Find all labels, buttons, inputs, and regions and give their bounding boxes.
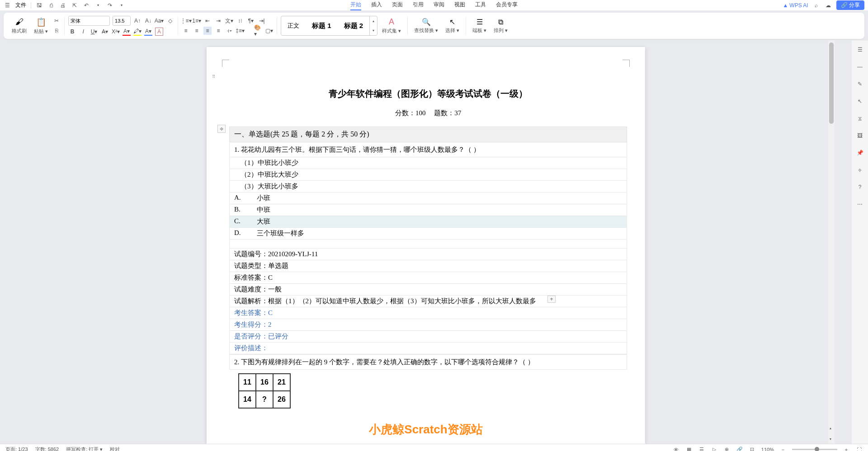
shading-icon[interactable]: A▾: [144, 28, 152, 36]
scroll-down-icon[interactable]: ▾: [830, 437, 831, 441]
increase-font-icon[interactable]: A↑: [133, 17, 142, 25]
paragraph-mark-icon[interactable]: ¶▾: [247, 17, 255, 25]
tab-page[interactable]: 页面: [392, 0, 403, 10]
spell-check[interactable]: 拼写检查: 打开 ▾: [66, 446, 103, 451]
clear-format-icon[interactable]: ◇: [166, 17, 174, 25]
tab-view[interactable]: 视图: [454, 0, 465, 10]
highlight-icon[interactable]: 🖍▾: [133, 28, 142, 36]
hourglass-icon[interactable]: ⧖: [855, 114, 864, 123]
format-painter-group[interactable]: 🖌 格式刷: [9, 17, 29, 34]
paste-group[interactable]: 📋 粘贴 ▾: [31, 17, 51, 35]
bullet-list-icon[interactable]: ⋮≡▾: [182, 17, 190, 25]
file-menu[interactable]: 文件: [15, 1, 26, 9]
globe-icon[interactable]: ⊕: [723, 446, 731, 451]
align-center-icon[interactable]: ≡: [193, 27, 201, 35]
document-page[interactable]: ⠿ ✥ + 青少年软件编程（图形化）等级考试试卷（一级） 分数：100 题数：3…: [207, 47, 645, 444]
tab-review[interactable]: 审阅: [434, 0, 444, 10]
hamburger-icon[interactable]: ☰: [4, 2, 11, 9]
zoom-out-icon[interactable]: −: [779, 446, 787, 451]
outline-icon[interactable]: ☰: [698, 446, 705, 451]
zoom-value[interactable]: 110%: [761, 447, 774, 451]
text-direction-icon[interactable]: 文▾: [225, 17, 233, 25]
word-count[interactable]: 字数: 5862: [35, 446, 59, 451]
tab-member[interactable]: 会员专享: [496, 0, 518, 10]
play-icon[interactable]: ▷: [711, 446, 718, 451]
undo-dropdown-icon[interactable]: ▾: [94, 2, 102, 9]
decrease-font-icon[interactable]: A↓: [144, 17, 152, 25]
styles-gallery[interactable]: 正文 标题 1 标题 2 ▴ ▾: [281, 16, 377, 36]
panels-group[interactable]: ☰ 端板 ▾: [470, 18, 489, 34]
page-indicator[interactable]: 页面: 1/23: [5, 446, 28, 451]
pen-icon[interactable]: ✎: [855, 80, 864, 89]
underline-icon[interactable]: U▾: [90, 28, 98, 36]
copy-icon[interactable]: ⎘: [52, 27, 61, 35]
sort-icon[interactable]: ↕⁝: [236, 17, 244, 25]
line-spacing-icon[interactable]: ‡≡▾: [236, 27, 244, 35]
help-icon[interactable]: ?: [855, 183, 864, 192]
tab-start[interactable]: 开始: [350, 0, 361, 10]
share-button[interactable]: 🔗 分享: [836, 0, 864, 10]
wps-ai-button[interactable]: ▲WPS AI: [783, 2, 808, 9]
eye-icon[interactable]: 👁: [673, 446, 680, 451]
number-list-icon[interactable]: 1≡▾: [193, 17, 201, 25]
cloud-icon[interactable]: ☁: [825, 2, 832, 9]
pin-icon[interactable]: 📌: [855, 148, 864, 157]
border-icon[interactable]: ▢▾: [265, 27, 273, 35]
style-set-group[interactable]: A 样式集 ▾: [379, 17, 404, 34]
align-left-icon[interactable]: ≡: [182, 27, 190, 35]
bookmark-icon[interactable]: ⟡: [855, 165, 864, 174]
tabs-icon[interactable]: ⇥|: [258, 17, 266, 25]
more-icon[interactable]: ⋯: [855, 200, 864, 209]
proofread[interactable]: 校对: [110, 446, 120, 451]
link-icon[interactable]: 🔗: [736, 446, 743, 451]
select-group[interactable]: ↖ 选择 ▾: [443, 18, 462, 34]
styles-up-icon[interactable]: ▴: [370, 16, 377, 26]
arrange-group[interactable]: ⧉ 排列 ▾: [491, 18, 510, 34]
cursor-icon[interactable]: ↖: [855, 97, 864, 106]
undo-icon[interactable]: ↶: [83, 2, 90, 9]
font-select[interactable]: [68, 16, 110, 26]
italic-icon[interactable]: I: [79, 28, 87, 36]
add-button[interactable]: +: [547, 296, 556, 303]
scrollbar[interactable]: ▴ ▾: [828, 41, 835, 444]
layout-icon[interactable]: ▦: [685, 446, 693, 451]
font-size-select[interactable]: [113, 16, 131, 26]
document-area[interactable]: ▴ ▾ ⠿ ✥ + 青少年软件编程（图形化）等级考试试卷（一级） 分数：100 …: [0, 41, 852, 444]
decrease-indent-icon[interactable]: ⇤: [203, 17, 212, 25]
change-case-icon[interactable]: Aa▾: [155, 17, 163, 25]
minus-icon[interactable]: —: [855, 62, 864, 71]
tab-tools[interactable]: 工具: [475, 0, 486, 10]
justify-icon[interactable]: ≡: [214, 27, 222, 35]
font-color-icon[interactable]: A▾: [123, 28, 131, 36]
cut-icon[interactable]: ✂: [52, 17, 61, 25]
superscript-icon[interactable]: X²▾: [112, 28, 120, 36]
bold-icon[interactable]: B: [68, 28, 76, 36]
collapse-icon[interactable]: ☰: [855, 45, 864, 54]
fullscreen-icon[interactable]: ⛶: [855, 446, 863, 451]
section-drag-icon[interactable]: ✥: [217, 125, 226, 133]
image-icon[interactable]: 🖼: [855, 131, 864, 140]
focus-icon[interactable]: ⊡: [749, 446, 756, 451]
increase-indent-icon[interactable]: ⇥: [214, 17, 222, 25]
tab-insert[interactable]: 插入: [371, 0, 382, 10]
fill-icon[interactable]: 🎨▾: [254, 27, 262, 35]
text-effect-icon[interactable]: A: [155, 28, 163, 36]
search-icon[interactable]: ⌕: [813, 2, 820, 9]
print-icon[interactable]: 🖨: [59, 2, 66, 9]
styles-down-icon[interactable]: ▾: [370, 26, 377, 35]
tab-reference[interactable]: 引用: [413, 0, 424, 10]
print-preview-icon[interactable]: ⎙: [47, 2, 55, 9]
strike-icon[interactable]: A̶▾: [101, 28, 109, 36]
scroll-up-icon[interactable]: ▴: [830, 426, 831, 430]
zoom-in-icon[interactable]: +: [843, 446, 850, 451]
save-icon[interactable]: 🖫: [36, 2, 43, 9]
redo-icon[interactable]: ↷: [106, 2, 113, 9]
distribute-icon[interactable]: ⫞▾: [225, 27, 233, 35]
zoom-slider[interactable]: [792, 449, 837, 450]
more-dropdown-icon[interactable]: ▾: [118, 2, 125, 9]
find-replace-group[interactable]: 🔍 查找替换 ▾: [411, 18, 441, 34]
drag-dots-icon[interactable]: ⠿: [212, 74, 215, 79]
export-icon[interactable]: ⇱: [71, 2, 78, 9]
align-right-icon[interactable]: ≡: [203, 27, 212, 35]
scroll-thumb[interactable]: [829, 42, 834, 124]
